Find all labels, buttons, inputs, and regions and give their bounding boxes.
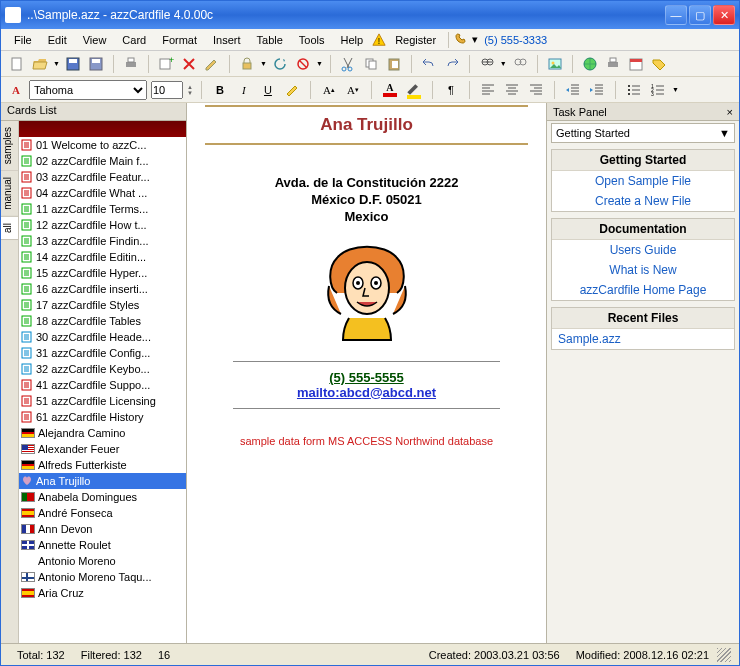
tab-manual[interactable]: manual [1, 171, 18, 217]
list-item[interactable]: 32 azzCardfile Keybo... [19, 361, 186, 377]
lockcard-button[interactable] [237, 54, 257, 74]
list-item[interactable]: 03 azzCardfile Featur... [19, 169, 186, 185]
list-item[interactable]: Ana Trujillo [19, 473, 186, 489]
list-item[interactable]: Ann Devon [19, 521, 186, 537]
find-button[interactable] [477, 54, 497, 74]
font-select[interactable]: Tahoma [29, 80, 147, 100]
indent-button[interactable] [587, 80, 607, 100]
saveas-button[interactable] [86, 54, 106, 74]
list-item[interactable]: 61 azzCardfile History [19, 409, 186, 425]
task-link[interactable]: azzCardfile Home Page [552, 280, 734, 300]
task-panel-close-icon[interactable]: × [727, 106, 733, 118]
list-item[interactable]: 04 azzCardfile What ... [19, 185, 186, 201]
list-item[interactable]: 18 azzCardfile Tables [19, 313, 186, 329]
new-button[interactable] [7, 54, 27, 74]
task-link[interactable]: Create a New File [552, 191, 734, 211]
fontsize-input[interactable] [151, 81, 183, 99]
fontsize-spinner[interactable]: ▲▼ [187, 84, 193, 96]
open-button[interactable] [30, 54, 50, 74]
shrink-font-button[interactable]: A▾ [343, 80, 363, 100]
editcard-button[interactable] [202, 54, 222, 74]
highlight-button[interactable] [404, 80, 424, 100]
list-item[interactable]: 13 azzCardfile Findin... [19, 233, 186, 249]
task-dropdown[interactable]: Getting Started ▼ [551, 123, 735, 143]
align-right-button[interactable] [526, 80, 546, 100]
globe-button[interactable] [580, 54, 600, 74]
copy-button[interactable] [361, 54, 381, 74]
list-item[interactable]: Antonio Moreno Taqu... [19, 569, 186, 585]
list-item[interactable]: 17 azzCardfile Styles [19, 297, 186, 313]
align-left-button[interactable] [478, 80, 498, 100]
menu-table[interactable]: Table [250, 32, 290, 48]
findnext-button[interactable] [510, 54, 530, 74]
print2-button[interactable] [603, 54, 623, 74]
card-phone-link[interactable]: (5) 555-5555 [329, 370, 403, 385]
undo-button[interactable] [419, 54, 439, 74]
list-item[interactable]: Antonio Moreno [19, 553, 186, 569]
save-button[interactable] [63, 54, 83, 74]
list-item[interactable]: André Fonseca [19, 505, 186, 521]
dial-number[interactable]: (5) 555-3333 [484, 34, 547, 46]
menu-card[interactable]: Card [115, 32, 153, 48]
dial-dropdown-icon[interactable]: ▾ [472, 33, 478, 46]
bullets-button[interactable] [624, 80, 644, 100]
print-button[interactable] [121, 54, 141, 74]
phone-icon[interactable] [454, 31, 470, 49]
list-item[interactable]: 11 azzCardfile Terms... [19, 201, 186, 217]
list-item[interactable]: 30 azzCardfile Heade... [19, 329, 186, 345]
list-item[interactable]: 14 azzCardfile Editin... [19, 249, 186, 265]
grow-font-button[interactable]: A▴ [319, 80, 339, 100]
cut-button[interactable] [338, 54, 358, 74]
list-item[interactable]: Alfreds Futterkiste [19, 457, 186, 473]
fontcolor-a-icon[interactable]: A [7, 81, 25, 99]
list-item[interactable]: Aria Cruz [19, 585, 186, 601]
list-item[interactable]: Anabela Domingues [19, 489, 186, 505]
lock-dropdown-icon[interactable]: ▼ [260, 60, 267, 67]
menu-edit[interactable]: Edit [41, 32, 74, 48]
bold-button[interactable]: B [210, 80, 230, 100]
maximize-button[interactable]: ▢ [689, 5, 711, 25]
cards-list[interactable]: 01 Welcome to azzC...02 azzCardfile Main… [19, 121, 186, 643]
deletecard-button[interactable] [179, 54, 199, 74]
tab-samples[interactable]: samples [1, 121, 18, 171]
tag-button[interactable] [649, 54, 669, 74]
list-item[interactable]: 16 azzCardfile inserti... [19, 281, 186, 297]
insert-image-button[interactable] [545, 54, 565, 74]
find-dropdown-icon[interactable]: ▼ [500, 60, 507, 67]
menu-register[interactable]: Register [388, 32, 443, 48]
underline-button[interactable]: U [258, 80, 278, 100]
menu-help[interactable]: Help [334, 32, 371, 48]
numbering-button[interactable]: 123 [648, 80, 668, 100]
list-item[interactable]: 41 azzCardfile Suppo... [19, 377, 186, 393]
task-link[interactable]: What is New [552, 260, 734, 280]
outdent-button[interactable] [563, 80, 583, 100]
list-item[interactable]: Annette Roulet [19, 537, 186, 553]
minimize-button[interactable]: — [665, 5, 687, 25]
resize-grip-icon[interactable] [717, 648, 731, 662]
cancel-button[interactable] [293, 54, 313, 74]
redo-button[interactable] [442, 54, 462, 74]
close-button[interactable]: ✕ [713, 5, 735, 25]
list-item[interactable]: 15 azzCardfile Hyper... [19, 265, 186, 281]
strike-button[interactable] [282, 80, 302, 100]
text-color-button[interactable]: A [380, 80, 400, 100]
open-dropdown-icon[interactable]: ▼ [53, 60, 60, 67]
menu-format[interactable]: Format [155, 32, 204, 48]
date-button[interactable] [626, 54, 646, 74]
menu-insert[interactable]: Insert [206, 32, 248, 48]
tab-all[interactable]: all [1, 217, 18, 240]
list-item[interactable]: 51 azzCardfile Licensing [19, 393, 186, 409]
refresh-button[interactable] [270, 54, 290, 74]
list-item[interactable]: 02 azzCardfile Main f... [19, 153, 186, 169]
task-link[interactable]: Users Guide [552, 240, 734, 260]
paragraph-button[interactable]: ¶ [441, 80, 461, 100]
italic-button[interactable]: I [234, 80, 254, 100]
menu-tools[interactable]: Tools [292, 32, 332, 48]
task-link[interactable]: Open Sample File [552, 171, 734, 191]
cancel-dropdown-icon[interactable]: ▼ [316, 60, 323, 67]
list-item[interactable]: 01 Welcome to azzC... [19, 137, 186, 153]
align-center-button[interactable] [502, 80, 522, 100]
numbering-dropdown-icon[interactable]: ▼ [672, 86, 679, 93]
list-item[interactable]: Alexander Feuer [19, 441, 186, 457]
list-item[interactable]: 12 azzCardfile How t... [19, 217, 186, 233]
